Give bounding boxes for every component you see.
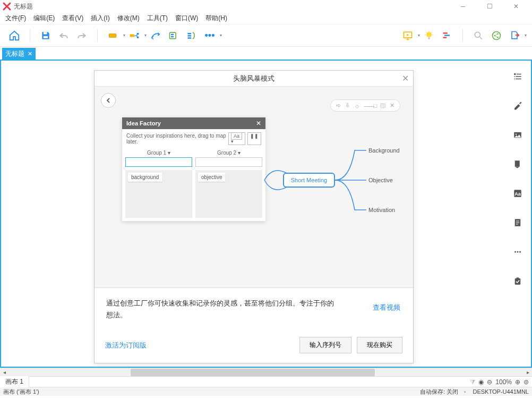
dialog-title: 头脑风暴模式 <box>233 74 274 83</box>
subtopic-icon[interactable] <box>127 29 141 43</box>
font-icon[interactable]: Aa <box>512 188 523 199</box>
scroll-thumb[interactable] <box>131 369 375 376</box>
mini-box-icon[interactable]: ◫ <box>380 102 385 109</box>
chip[interactable]: background <box>128 173 162 182</box>
workspace: 头脑风暴模式 ✕ ➪ ⇩ ☼ ——□ ◫ ✕ Idea <box>0 60 532 368</box>
eye-icon[interactable]: ◉ <box>478 378 484 386</box>
menu-window[interactable]: 窗口(W) <box>171 13 202 24</box>
group2-input[interactable] <box>195 157 262 167</box>
titlebar: 无标题 ─ ☐ ✕ <box>0 0 532 13</box>
mini-arrow-down-icon[interactable]: ⇩ <box>345 102 350 109</box>
undo-icon[interactable] <box>57 29 71 43</box>
search-icon[interactable] <box>471 29 485 43</box>
mindmap-center: Short Meeting <box>283 173 335 188</box>
svg-point-27 <box>516 133 517 134</box>
right-panel: Aa <box>504 61 531 367</box>
scroll-right-icon[interactable]: ▸ <box>524 369 532 375</box>
svg-rect-15 <box>443 32 448 34</box>
menu-file[interactable]: 文件(F) <box>2 13 30 24</box>
format-icon[interactable] <box>512 100 523 111</box>
pause-button[interactable]: ❚❚ <box>247 132 261 145</box>
brainstorm-dialog: 头脑风暴模式 ✕ ➪ ⇩ ☼ ——□ ◫ ✕ Idea <box>94 70 414 363</box>
sheetbar: 画布 1 ⧩ ◉ ⊖ 100% ⊕ ⊜ <box>0 376 532 387</box>
dialog-close-icon[interactable]: ✕ <box>402 73 409 83</box>
sheet-tab[interactable]: 画布 1 <box>0 376 29 387</box>
svg-rect-2 <box>109 33 116 37</box>
font-size-button[interactable]: Aa ▾ <box>228 132 245 145</box>
close-button[interactable]: ✕ <box>508 3 524 10</box>
presentation-drop[interactable]: ▾ <box>418 33 420 38</box>
svg-rect-0 <box>44 32 47 34</box>
marker-icon[interactable] <box>512 159 523 170</box>
mini-line-icon[interactable]: ——□ <box>364 103 376 109</box>
presentation-icon[interactable] <box>401 29 415 43</box>
doc-tab-close-icon[interactable]: ✕ <box>28 50 32 57</box>
idea-factory-close-icon[interactable]: ✕ <box>256 120 261 127</box>
svg-rect-11 <box>188 37 192 39</box>
boundary-icon[interactable] <box>167 29 181 43</box>
activate-link[interactable]: 激活为订阅版 <box>105 341 147 350</box>
notes-icon[interactable] <box>512 217 523 228</box>
scroll-left-icon[interactable]: ◂ <box>0 369 8 375</box>
chip[interactable]: objective <box>198 173 225 182</box>
more-drop[interactable]: ▾ <box>220 33 222 38</box>
mini-arrow-right-icon[interactable]: ➪ <box>336 102 341 109</box>
buy-button[interactable]: 现在购买 <box>357 337 402 353</box>
serial-button[interactable]: 输入序列号 <box>299 337 351 353</box>
home-icon[interactable] <box>7 29 21 43</box>
doc-tab[interactable]: 无标题 ✕ <box>2 48 36 60</box>
menu-edit[interactable]: 编辑(E) <box>30 13 58 24</box>
outline-icon[interactable] <box>512 71 523 82</box>
zoom-in-button[interactable]: ⊕ <box>515 378 520 386</box>
minimize-button[interactable]: ─ <box>455 3 471 10</box>
mini-sun-icon[interactable]: ☼ <box>354 103 359 109</box>
mini-close-icon[interactable]: ✕ <box>390 102 394 109</box>
svg-rect-7 <box>171 33 174 35</box>
subtopic-drop[interactable]: ▾ <box>144 33 147 38</box>
menu-view[interactable]: 查看(V) <box>58 13 87 24</box>
more-icon[interactable]: ••• <box>203 29 217 43</box>
app-icon <box>3 2 11 11</box>
brainstorm-icon[interactable] <box>422 29 436 43</box>
mindmap-node: Background <box>368 147 400 154</box>
task-icon[interactable] <box>512 276 523 286</box>
group1-input[interactable] <box>125 157 192 167</box>
tabstrip: 无标题 ✕ <box>0 47 532 60</box>
menu-help[interactable]: 帮助(H) <box>202 13 231 24</box>
export-drop[interactable]: ▾ <box>525 33 527 38</box>
group2-label[interactable]: Group 2 ▾ <box>195 148 262 157</box>
summary-icon[interactable] <box>185 29 199 43</box>
group1-body[interactable]: background <box>125 170 192 218</box>
separator <box>462 29 463 42</box>
menu-modify[interactable]: 修改(M) <box>114 13 143 24</box>
svg-rect-24 <box>514 76 515 77</box>
menubar: 文件(F) 编辑(E) 查看(V) 插入(I) 修改(M) 工具(T) 窗口(W… <box>0 13 532 24</box>
group1-label[interactable]: Group 1 ▾ <box>125 148 192 157</box>
horizontal-scrollbar[interactable]: ◂ ▸ <box>0 368 532 376</box>
zoom-out-button[interactable]: ⊖ <box>487 378 492 386</box>
export-icon[interactable] <box>508 29 521 43</box>
maximize-button[interactable]: ☐ <box>482 3 497 10</box>
share-icon[interactable] <box>490 29 503 43</box>
status-canvas: 画布 ('画布 1') <box>3 388 39 396</box>
zoom-fit-button[interactable]: ⊜ <box>524 378 529 386</box>
save-icon[interactable] <box>39 29 53 43</box>
comments-icon[interactable] <box>512 247 523 257</box>
back-button[interactable] <box>101 93 116 108</box>
topic-drop[interactable]: ▾ <box>123 33 125 38</box>
relationship-icon[interactable] <box>149 29 162 43</box>
status-autosave: 自动保存: 关闭 <box>420 388 458 396</box>
group2-body[interactable]: objective <box>195 170 262 218</box>
svg-rect-25 <box>514 79 515 80</box>
zoom-value[interactable]: 100% <box>495 378 512 386</box>
watch-video-link[interactable]: 查看视频 <box>373 302 400 314</box>
menu-insert[interactable]: 插入(I) <box>87 13 113 24</box>
canvas[interactable]: 头脑风暴模式 ✕ ➪ ⇩ ☼ ——□ ◫ ✕ Idea <box>1 61 504 367</box>
gantt-icon[interactable] <box>440 29 454 43</box>
filter-icon[interactable]: ⧩ <box>470 378 475 386</box>
topic-icon[interactable] <box>106 29 120 43</box>
redo-icon[interactable] <box>75 29 89 43</box>
svg-point-13 <box>426 32 432 37</box>
image-icon[interactable] <box>512 130 523 140</box>
menu-tools[interactable]: 工具(T) <box>143 13 171 24</box>
